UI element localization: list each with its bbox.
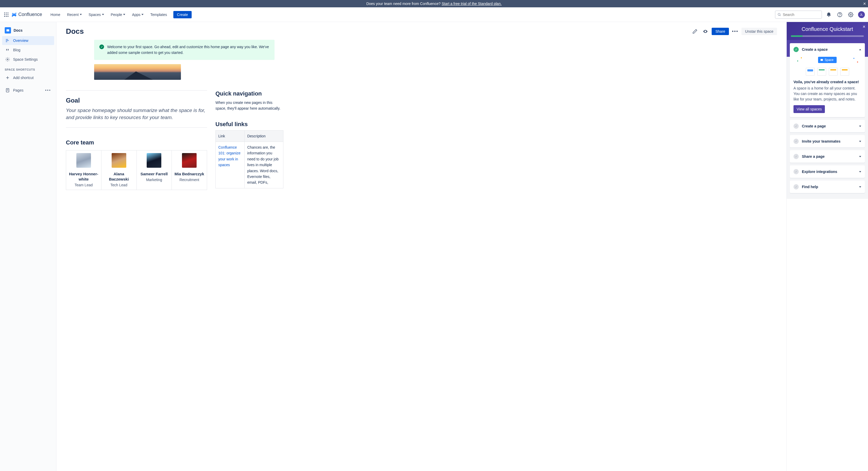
notifications-icon[interactable] — [825, 10, 833, 19]
quickstart-title: Confluence Quickstart — [791, 26, 864, 32]
close-icon[interactable]: × — [863, 24, 865, 30]
quick-nav-heading: Quick navigation — [215, 90, 283, 97]
check-icon: ✓ — [794, 139, 799, 144]
search-icon — [778, 12, 781, 17]
chevron-down-icon — [102, 14, 104, 15]
share-button[interactable]: Share — [712, 28, 728, 35]
team-avatar — [112, 153, 126, 168]
check-icon: ✓ — [99, 45, 104, 49]
svg-point-7 — [6, 16, 7, 17]
quickstart-illustration: Space — [794, 56, 861, 77]
nav-spaces[interactable]: Spaces — [86, 11, 107, 18]
nav-people[interactable]: People — [108, 11, 128, 18]
settings-icon[interactable] — [846, 10, 855, 19]
quickstart-step-integrations[interactable]: ✓ Explore integrations — [790, 166, 865, 178]
check-icon: ✓ — [794, 123, 799, 129]
quickstart-step-header[interactable]: ✓ Create a space — [790, 43, 865, 56]
check-icon: ✓ — [794, 169, 799, 174]
check-icon: ✓ — [794, 47, 799, 52]
check-icon: ✓ — [794, 184, 799, 189]
svg-point-0 — [4, 12, 5, 13]
svg-rect-24 — [820, 59, 823, 61]
svg-point-9 — [778, 13, 780, 15]
progress-bar — [791, 35, 864, 37]
page-icon — [5, 88, 10, 93]
table-row: Confluence 101: organize your work in sp… — [216, 142, 283, 188]
add-shortcut[interactable]: Add shortcut — [2, 73, 54, 82]
space-badge: Space — [818, 57, 837, 63]
svg-rect-14 — [6, 29, 9, 31]
quickstart-bold: Voila, you've already created a space! — [794, 80, 861, 84]
quick-nav-text: When you create new pages in this space,… — [215, 100, 283, 112]
sidebar-item-overview[interactable]: Overview — [2, 36, 54, 45]
team-grid: Harvey Honner-white Team Lead Alana Bacz… — [66, 150, 207, 190]
space-icon — [5, 27, 11, 33]
close-icon[interactable]: × — [863, 1, 866, 6]
team-member: Sameer Farrell Marketing — [137, 150, 172, 190]
team-avatar — [182, 153, 196, 168]
hero-image — [94, 64, 181, 80]
quote-icon — [5, 48, 10, 52]
more-actions-icon[interactable]: ••• — [731, 27, 739, 36]
help-icon[interactable] — [836, 10, 844, 19]
watch-icon[interactable] — [701, 27, 710, 36]
welcome-panel: ✓ Welcome to your first space. Go ahead,… — [94, 40, 275, 60]
quickstart-step-invite[interactable]: ✓ Invite your teammates — [790, 135, 865, 148]
search-field[interactable] — [783, 12, 819, 17]
divider — [66, 127, 207, 128]
svg-point-6 — [4, 16, 5, 17]
chevron-down-icon — [142, 14, 144, 15]
svg-point-1 — [6, 12, 7, 13]
shortcuts-header: SPACE SHORTCUTS — [2, 64, 54, 73]
nav-home[interactable]: Home — [48, 11, 63, 18]
chevron-down-icon — [123, 14, 125, 15]
chevron-down-icon — [859, 171, 861, 172]
svg-point-13 — [850, 14, 851, 15]
sidebar-item-blog[interactable]: Blog — [2, 46, 54, 54]
sidebar-item-space-settings[interactable]: Space Settings — [2, 55, 54, 64]
sidebar-item-pages[interactable]: Pages ••• — [2, 86, 54, 95]
chevron-down-icon — [859, 141, 861, 142]
useful-links-table: Link Description Confluence 101: organiz… — [215, 130, 283, 188]
main-content: Docs Share ••• Unstar this space ✓ Welco… — [57, 22, 786, 471]
product-logo[interactable]: Confluence — [11, 11, 42, 18]
svg-point-4 — [6, 14, 7, 15]
user-avatar[interactable]: JL — [858, 11, 865, 18]
quickstart-step-share[interactable]: ✓ Share a page — [790, 150, 865, 163]
svg-point-8 — [8, 16, 9, 17]
space-title[interactable]: Docs — [2, 25, 54, 36]
product-name: Confluence — [18, 12, 42, 17]
table-header-link: Link — [216, 130, 245, 142]
gear-icon — [5, 57, 10, 62]
goal-text: Your space homepage should summarize wha… — [66, 107, 207, 121]
create-button[interactable]: Create — [173, 11, 192, 18]
svg-point-3 — [4, 14, 5, 15]
page-title: Docs — [66, 27, 691, 36]
more-icon[interactable]: ••• — [45, 88, 51, 93]
nav-templates[interactable]: Templates — [148, 11, 170, 18]
app-switcher-icon[interactable] — [3, 11, 9, 18]
team-member: Alana Baczewski Tech Lead — [101, 150, 137, 190]
svg-line-10 — [780, 15, 781, 16]
table-header-desc: Description — [244, 130, 283, 142]
svg-point-18 — [7, 59, 8, 60]
quickstart-panel: × Confluence Quickstart ✓ Create a space — [786, 22, 868, 471]
goal-heading: Goal — [66, 97, 207, 104]
view-spaces-button[interactable]: View all spaces — [794, 105, 825, 113]
chevron-down-icon — [80, 14, 82, 15]
banner-link[interactable]: Start a free trial of the Standard plan. — [442, 2, 502, 6]
nav-recent[interactable]: Recent — [64, 11, 84, 18]
useful-links-heading: Useful links — [215, 121, 283, 128]
chevron-down-icon — [859, 186, 861, 187]
quickstart-step-help[interactable]: ✓ Find help — [790, 181, 865, 193]
svg-point-2 — [8, 12, 9, 13]
unstar-button[interactable]: Unstar this space — [741, 28, 777, 35]
quickstart-step-create-page[interactable]: ✓ Create a page — [790, 120, 865, 133]
team-member: Mia Bednarczyk Recruitment — [172, 150, 207, 190]
search-input[interactable] — [775, 10, 822, 19]
promo-banner: Does your team need more from Confluence… — [0, 0, 868, 7]
useful-link[interactable]: Confluence 101: organize your work in sp… — [218, 145, 241, 167]
edit-icon[interactable] — [691, 27, 699, 36]
useful-link-desc: Chances are, the information you need to… — [244, 142, 283, 188]
nav-apps[interactable]: Apps — [129, 11, 146, 18]
